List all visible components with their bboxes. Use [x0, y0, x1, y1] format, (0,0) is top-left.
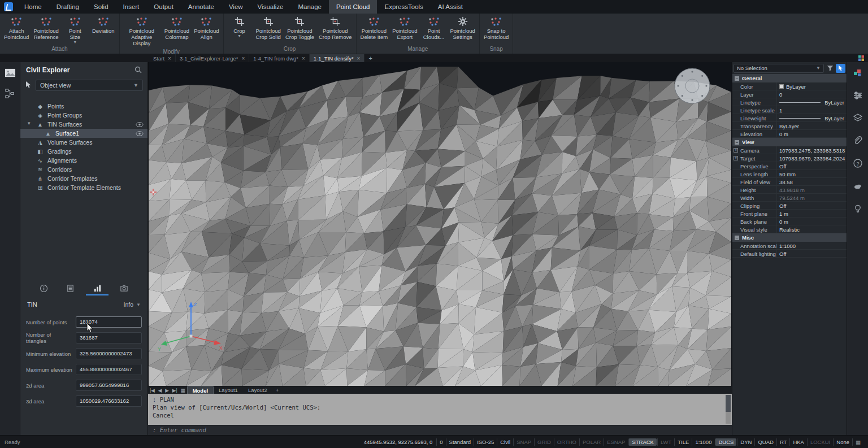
tree-item-point-groups[interactable]: ◈Point Groups: [20, 111, 147, 120]
property-value-target[interactable]: 107983.9679, 233984.2024: [776, 154, 847, 162]
status-toggle-rt[interactable]: RT: [776, 438, 790, 446]
chevron-down-icon[interactable]: ▾: [28, 120, 31, 126]
property-value-front-plane[interactable]: 1 m: [776, 210, 847, 218]
info-value-maximum-elevation[interactable]: 455.88000000002467: [76, 364, 142, 375]
status-toggle-1-1000[interactable]: 1:1000: [692, 438, 714, 446]
property-value-perspective[interactable]: Off: [776, 162, 847, 170]
menu-item-ai-assist[interactable]: AI Assist: [431, 0, 470, 14]
tree-item-surface1[interactable]: ▲Surface1: [20, 129, 147, 138]
property-value-transparency[interactable]: ByLayer: [776, 122, 847, 130]
property-value-linetype-scale[interactable]: 1: [776, 106, 847, 114]
status-toggle-standard[interactable]: Standard: [446, 438, 474, 446]
tree-item-volume-surfaces[interactable]: ◮Volume Surfaces: [20, 138, 147, 147]
adjust-sliders-icon[interactable]: [851, 89, 865, 102]
ribbon-button-point-clouds[interactable]: Point Clouds...: [420, 15, 448, 45]
layout-grid-icon[interactable]: ▦: [179, 388, 187, 393]
visibility-eye-icon[interactable]: [136, 131, 147, 136]
tree-item-corridors[interactable]: ≋Corridors: [20, 165, 147, 174]
attachment-icon[interactable]: [851, 134, 865, 147]
snapshot-icon[interactable]: [112, 282, 135, 295]
close-tab-icon[interactable]: ×: [241, 55, 245, 62]
ribbon-button-pointcloud-crop-solid[interactable]: Pointcloud Crop Solid: [254, 15, 283, 45]
close-tab-icon[interactable]: ×: [168, 55, 171, 62]
help-icon[interactable]: ?: [851, 157, 865, 169]
next-tab-icon[interactable]: ▶: [163, 388, 171, 393]
property-value-clipping[interactable]: Off: [776, 202, 847, 210]
workspace-grid-icon[interactable]: [858, 55, 865, 63]
command-history[interactable]: : PLANPlan view of [Current/Ucs/World] <…: [148, 394, 732, 425]
expand-plus-icon[interactable]: +: [734, 156, 738, 160]
prev-tab-icon[interactable]: ◀: [157, 388, 164, 393]
status-toggle-ortho[interactable]: ORTHO: [554, 438, 579, 446]
property-value-visual-style[interactable]: Realistic: [776, 225, 847, 233]
status-toggle-civil[interactable]: Civil: [497, 438, 513, 446]
ribbon-button-deviation[interactable]: Deviation: [89, 15, 118, 45]
layers-icon[interactable]: [851, 112, 865, 124]
tree-item-tin-surfaces[interactable]: ▾▲TIN Surfaces: [20, 120, 147, 129]
ribbon-button-pointcloud-export[interactable]: Pointcloud Export: [390, 15, 419, 45]
ribbon-button-crop[interactable]: Crop▾: [225, 15, 254, 45]
ribbon-button-pointcloud-adaptive-display[interactable]: Pointcloud Adaptive Display: [121, 15, 162, 48]
property-value-color[interactable]: ByLayer: [776, 82, 847, 90]
menu-item-view[interactable]: View: [222, 0, 250, 14]
status-toggle-0[interactable]: 0: [436, 438, 445, 446]
ribbon-button-pointcloud-crop-toggle[interactable]: Pointcloud Crop Toggle: [283, 15, 316, 45]
menu-item-visualize[interactable]: Visualize: [250, 0, 291, 14]
property-value-elevation[interactable]: 0 m: [776, 130, 847, 138]
tree-item-corridor-templates[interactable]: ⋔Corridor Templates: [20, 174, 147, 183]
ribbon-button-pointcloud-reference[interactable]: Pointcloud Reference: [31, 15, 60, 45]
menu-item-annotate[interactable]: Annotate: [181, 0, 222, 14]
menu-item-manage[interactable]: Manage: [290, 0, 329, 14]
layout-tab-layout1[interactable]: Layout1: [214, 386, 243, 394]
structure-tree-icon[interactable]: [3, 87, 17, 99]
view-mode-select[interactable]: Object view ▼: [36, 80, 143, 91]
status-toggle-strack[interactable]: STRACK: [628, 438, 657, 446]
property-value-annotation-scale[interactable]: 1:1000: [776, 242, 847, 250]
section-header-misc[interactable]: –Misc: [732, 233, 847, 242]
info-value-minimum-elevation[interactable]: 325.56000000002473: [76, 348, 142, 359]
info-value-2d-area[interactable]: 999057.6054999816: [76, 380, 142, 391]
render-view-icon[interactable]: [3, 67, 17, 79]
property-value-layer[interactable]: 0: [776, 90, 847, 98]
property-value-camera[interactable]: 107983.2475, 233983.5318: [776, 146, 847, 154]
doc-tab-1-1-tin-densify[interactable]: 1-1_TIN densify*×: [310, 54, 365, 62]
ribbon-button-pointcloud-delete-item[interactable]: Pointcloud Delete Item: [358, 15, 390, 45]
status-toggle-polar[interactable]: POLAR: [579, 438, 604, 446]
ribbon-button-point-size[interactable]: Point Size▾: [61, 15, 89, 45]
menu-item-point-cloud[interactable]: Point Cloud: [329, 0, 377, 14]
info-circle-icon[interactable]: [33, 282, 55, 295]
status-toggle-quad[interactable]: QUAD: [754, 438, 776, 446]
search-icon[interactable]: [134, 66, 142, 75]
select-cursor-icon[interactable]: [25, 81, 32, 90]
property-value-lens-length[interactable]: 50 mm: [776, 170, 847, 178]
menu-item-expresstools[interactable]: ExpressTools: [377, 0, 430, 14]
ribbon-button-pointcloud-colormap[interactable]: Pointcloud Colormap: [162, 15, 192, 48]
status-toggle-iso-25[interactable]: ISO-25: [474, 438, 497, 446]
section-header-view[interactable]: –View: [732, 138, 847, 146]
property-value-default-lighting[interactable]: Off: [776, 250, 847, 258]
info-value-number-of-triangles[interactable]: 361687: [76, 332, 142, 343]
ribbon-button-pointcloud-align[interactable]: Pointcloud Align: [192, 15, 221, 48]
cloud-icon[interactable]: [851, 180, 865, 192]
layout-tab-layout2[interactable]: Layout2: [243, 386, 272, 394]
status-toggle-tile[interactable]: TILE: [674, 438, 692, 446]
property-value-lineweight[interactable]: ByLayer: [776, 114, 847, 122]
property-value-width[interactable]: 79.5244 m: [776, 194, 847, 202]
lightbulb-icon[interactable]: [851, 202, 865, 215]
menu-item-solid[interactable]: Solid: [86, 0, 116, 14]
status-toggle-hka[interactable]: HKA: [789, 438, 807, 446]
filter-funnel-icon[interactable]: [825, 64, 835, 73]
expand-plus-icon[interactable]: +: [734, 148, 738, 153]
property-value-linetype[interactable]: ByLayer: [776, 98, 847, 106]
property-value-back-plane[interactable]: 0 m: [776, 218, 847, 225]
menu-item-insert[interactable]: Insert: [116, 0, 147, 14]
tree-item-gradings[interactable]: ◧Gradings: [20, 147, 147, 156]
new-tab-button[interactable]: +: [364, 54, 376, 62]
ribbon-button-pointcloud-settings[interactable]: Pointcloud Settings: [448, 15, 478, 45]
menu-item-drafting[interactable]: Drafting: [49, 0, 86, 14]
ribbon-button-snap-to-pointcloud[interactable]: Snap to Pointcloud: [481, 15, 511, 45]
scrollbar-thumb[interactable]: [726, 395, 731, 412]
status-toggle-ducs[interactable]: DUCS: [715, 438, 736, 446]
ui-config-icon[interactable]: ▦: [852, 438, 863, 446]
status-toggle-snap[interactable]: SNAP: [513, 438, 534, 446]
